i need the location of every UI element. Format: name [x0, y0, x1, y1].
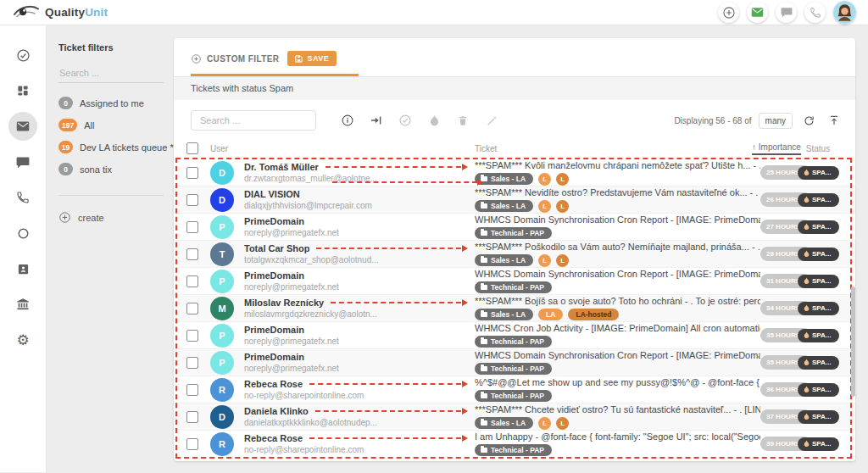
ticket-row[interactable]: D DIAL VISION dialqxjythhvision@lmpcrepa…: [174, 186, 855, 214]
ticket-row[interactable]: R Rebeca Rose no-reply@sharepointonline.…: [174, 431, 855, 458]
filter-item[interactable]: 197 All: [58, 119, 164, 131]
forward-button[interactable]: [367, 111, 386, 130]
agent-tag[interactable]: L: [538, 173, 551, 186]
agent-tag[interactable]: L: [556, 200, 569, 213]
filter-item[interactable]: 0 sona tix: [58, 163, 164, 175]
sidebar-item-dashboard[interactable]: [8, 76, 37, 105]
row-checkbox[interactable]: [186, 357, 198, 369]
ticket-row[interactable]: P PrimeDomain noreply@primegatefx.net WH…: [174, 322, 855, 349]
department-tag[interactable]: Sales - LA: [475, 254, 533, 266]
row-checkbox[interactable]: [186, 303, 198, 314]
magic-wand-button[interactable]: [482, 111, 501, 130]
department-tag[interactable]: Sales - LA: [475, 417, 533, 429]
department-tag[interactable]: Technical - PAP: [475, 444, 552, 456]
delete-button[interactable]: [453, 111, 472, 130]
row-checkbox[interactable]: [186, 411, 198, 423]
user-avatar-initial: D: [210, 188, 234, 212]
agent-tag[interactable]: L: [556, 173, 569, 186]
header-ticket[interactable]: Ticket: [475, 144, 752, 153]
department-tag[interactable]: Technical - PAP: [475, 281, 552, 293]
department-tag[interactable]: Technical - PAP: [475, 336, 552, 348]
info-button[interactable]: [338, 111, 357, 130]
ticket-row[interactable]: P PrimeDomain noreply@primegatefx.net WH…: [174, 268, 855, 295]
agent-tag[interactable]: L: [538, 417, 551, 430]
sidebar-item-company[interactable]: [8, 290, 37, 319]
department-tag[interactable]: Technical - PAP: [475, 227, 552, 239]
sidebar-item-contacts[interactable]: [8, 254, 37, 283]
flame-icon: [804, 331, 810, 339]
sidebar-item-calls[interactable]: [8, 183, 37, 212]
page-size-button[interactable]: many: [759, 113, 793, 129]
red-arrow-annotation: [326, 164, 468, 170]
ticket-row[interactable]: P PrimeDomain noreply@primegatefx.net WH…: [174, 349, 855, 376]
row-checkbox[interactable]: [186, 438, 198, 450]
refresh-button[interactable]: [799, 111, 818, 130]
agent-tag[interactable]: L: [538, 200, 551, 213]
department-tag[interactable]: Sales - LA: [475, 309, 533, 320]
flame-icon: [804, 169, 810, 176]
header-status[interactable]: Status: [806, 144, 830, 153]
envelope-icon: [16, 120, 30, 132]
select-all-checkbox[interactable]: [186, 142, 198, 154]
department-tag[interactable]: Technical - PAP: [475, 363, 552, 375]
row-checkbox[interactable]: [186, 194, 198, 206]
ticket-subject: WHMCS Cron Job Activity - [IMAGE: PrimeD…: [475, 323, 760, 336]
row-checkbox[interactable]: [186, 221, 198, 233]
spam-button[interactable]: [425, 111, 443, 130]
sidebar-item-tickets[interactable]: [8, 112, 37, 141]
department-tag[interactable]: Sales - LA: [475, 173, 533, 185]
agent-tag[interactable]: L: [556, 254, 569, 267]
save-button[interactable]: SAVE: [287, 51, 337, 66]
phone-button[interactable]: [804, 2, 826, 23]
row-checkbox[interactable]: [186, 167, 198, 179]
agent-tag[interactable]: L: [556, 417, 569, 430]
header-user[interactable]: User: [210, 144, 475, 153]
scroll-to-top-button[interactable]: [825, 111, 843, 130]
tickets-card: CUSTOM FILTER SAVE Tickets with status S…: [174, 38, 855, 461]
list-toolbar: Displaying 56 - 68 of many: [174, 100, 855, 137]
ticket-row[interactable]: D Daniela Klinko danielatkxptkkklinko@ao…: [174, 403, 855, 431]
department-tag[interactable]: Technical - PAP: [475, 390, 552, 402]
create-filter-button[interactable]: create: [58, 211, 164, 224]
add-circle-button[interactable]: [718, 2, 739, 23]
add-circle-icon: [722, 6, 736, 19]
sidebar-item-tasks[interactable]: [8, 41, 37, 70]
filter-description: Tickets with status Spam: [174, 77, 855, 100]
user-name: Daniela Klinko: [244, 406, 309, 416]
department-tag[interactable]: Sales - LA: [475, 200, 533, 212]
ticket-row[interactable]: M Miloslav Reznícky miloslavmrgdqzkrezni…: [174, 295, 855, 322]
label-tag[interactable]: LA-hosted: [568, 309, 619, 320]
mail-button[interactable]: [747, 2, 768, 23]
red-arrow-annotation: [309, 435, 468, 442]
list-scrollbar[interactable]: [851, 287, 855, 397]
user-avatar[interactable]: [833, 1, 856, 24]
ticket-row[interactable]: P PrimeDomain noreply@primegatefx.net WH…: [174, 214, 855, 241]
phone-icon: [810, 7, 821, 19]
filter-item[interactable]: 0 Assigned to me: [58, 97, 164, 109]
brand-logo[interactable]: QualityUnit: [14, 3, 108, 22]
ticket-row[interactable]: R Rebeca Rose no-reply@sharepointonline.…: [174, 376, 855, 403]
row-checkbox[interactable]: [186, 384, 198, 396]
tab-custom-filter[interactable]: CUSTOM FILTER: [191, 53, 279, 64]
user-name: Rebeca Rose: [244, 379, 303, 389]
ticket-tags: Technical - PAP: [475, 390, 760, 403]
filter-item[interactable]: 19 Dev LA tickets queue *: [58, 141, 164, 153]
row-checkbox[interactable]: [186, 275, 198, 287]
ticket-tags: Sales - LALL: [475, 200, 760, 213]
filters-search-input[interactable]: [58, 65, 164, 83]
status-badge: SPA...: [798, 437, 839, 451]
sidebar-item-settings[interactable]: ⚙: [8, 326, 37, 354]
chat-button[interactable]: [776, 2, 797, 23]
row-checkbox[interactable]: [186, 330, 198, 342]
row-checkbox[interactable]: [186, 248, 198, 260]
sidebar-item-chats[interactable]: [8, 147, 37, 176]
agent-tag[interactable]: L: [538, 254, 551, 267]
ticket-search-input[interactable]: [191, 110, 316, 131]
sidebar-item-social[interactable]: [8, 219, 37, 248]
resolve-button[interactable]: [396, 111, 415, 130]
ticket-row[interactable]: T Total Car Shop totalgwxzqkmcar_shop@ao…: [174, 241, 855, 268]
ticket-row[interactable]: D Dr. Tomáš Müller dr.zwtarxgtomas_mulle…: [174, 159, 855, 186]
user-avatar-image: [833, 1, 856, 24]
label-tag[interactable]: LA: [538, 309, 563, 320]
header-importance[interactable]: ↑ Importance: [752, 142, 801, 155]
